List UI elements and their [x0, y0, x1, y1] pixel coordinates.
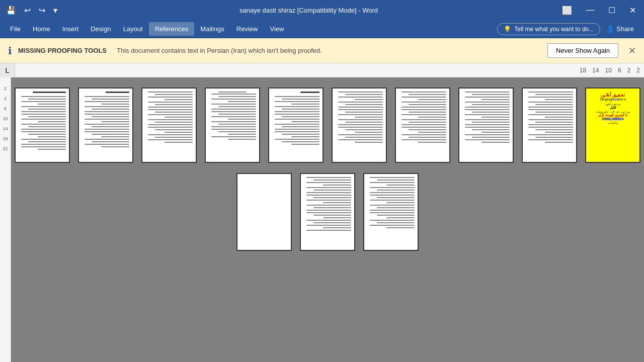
menu-design[interactable]: Design [85, 22, 117, 36]
page-thumbnail-2[interactable] [78, 87, 133, 163]
notification-title: MISSING PROOFING TOOLS [18, 47, 107, 54]
customize-button[interactable]: ▾ [51, 5, 59, 16]
vruler-18: 18 [3, 134, 8, 144]
never-show-again-button[interactable]: Never Show Again [547, 43, 618, 58]
vertical-ruler-numbers: 2 2 6 10 14 18 22 [3, 83, 8, 154]
notification-text: This document contains text in Persian (… [117, 47, 541, 54]
share-label: Share [616, 25, 634, 33]
menu-layout[interactable]: Layout [117, 22, 149, 36]
tell-me-input[interactable]: 💡 Tell me what you want to do... [497, 23, 600, 35]
quick-access-toolbar: 💾 ↩ ↪ ▾ [4, 5, 59, 16]
person-icon: 👤 [606, 25, 614, 33]
vruler-6: 6 [4, 104, 7, 114]
ribbon-menu: File Home Insert Design Layout Reference… [0, 20, 644, 38]
menu-home[interactable]: Home [27, 22, 56, 36]
share-button[interactable]: 👤 Share [600, 23, 640, 35]
page-row-2 [236, 173, 419, 251]
vruler-10: 10 [3, 114, 8, 124]
title-bar: 💾 ↩ ↪ ▾ sanaye dasti shiraz [Compatibili… [0, 0, 644, 20]
page-thumbnail-5[interactable] [268, 87, 324, 163]
menu-view[interactable]: View [264, 22, 290, 36]
minimize-button[interactable]: — [582, 4, 598, 17]
vruler-2a: 2 [4, 83, 7, 94]
page-thumbnail-1[interactable] [15, 87, 70, 163]
page-thumbnail-11[interactable] [236, 173, 292, 251]
page-thumbnail-8[interactable] [458, 87, 514, 163]
window-title: sanaye dasti shiraz [Compatibility Mode]… [59, 7, 558, 14]
tell-me-text: Tell me what you want to do... [514, 26, 594, 33]
horizontal-ruler: L 18 14 10 6 2 2 [0, 63, 644, 77]
focus-button[interactable]: ⬜ [558, 4, 576, 17]
save-button[interactable]: 💾 [4, 5, 18, 16]
ruler-numbers: 18 14 10 6 2 2 [15, 67, 644, 74]
page-thumbnail-4[interactable] [205, 87, 260, 163]
ruler-left-button[interactable]: L [0, 63, 15, 77]
page-thumbnail-6[interactable] [332, 87, 387, 163]
document-area[interactable]: تحقیق آنلاین Tahghighonline.ir مرجع دانل… [11, 77, 644, 362]
window-controls: ⬜ — ☐ ✕ [558, 4, 640, 17]
page-thumbnail-9[interactable] [522, 87, 577, 163]
menu-references[interactable]: References [149, 22, 194, 36]
vertical-ruler: 2 2 6 10 14 18 22 [0, 77, 11, 362]
ruler-num-18: 18 [580, 67, 586, 74]
vruler-22: 22 [3, 144, 8, 154]
maximize-button[interactable]: ☐ [604, 4, 619, 17]
vruler-14: 14 [3, 124, 8, 134]
page-thumbnail-13[interactable] [363, 173, 419, 251]
menu-file[interactable]: File [4, 22, 27, 36]
page-thumbnail-7[interactable] [395, 87, 450, 163]
main-area: 2 2 6 10 14 18 22 [0, 77, 644, 362]
page-row-1: تحقیق آنلاین Tahghighonline.ir مرجع دانل… [15, 87, 640, 163]
menu-insert[interactable]: Insert [56, 22, 85, 36]
ruler-num-10: 10 [605, 67, 612, 74]
ruler-num-6: 6 [618, 67, 621, 74]
ruler-num-14: 14 [592, 67, 599, 74]
info-icon: ℹ [8, 45, 12, 57]
page-thumbnail-10[interactable]: تحقیق آنلاین Tahghighonline.ir مرجع دانل… [585, 87, 640, 163]
menu-review[interactable]: Review [230, 22, 264, 36]
page-thumbnail-3[interactable] [141, 87, 197, 163]
undo-button[interactable]: ↩ [22, 5, 33, 16]
page-thumbnail-12[interactable] [300, 173, 355, 251]
notification-bar: ℹ MISSING PROOFING TOOLS This document c… [0, 38, 644, 63]
redo-button[interactable]: ↪ [37, 5, 47, 16]
ruler-num-2a: 2 [627, 67, 631, 74]
lightbulb-icon: 💡 [504, 26, 511, 33]
notification-close-icon[interactable]: ✕ [628, 45, 636, 56]
menu-mailings[interactable]: Mailings [194, 22, 230, 36]
ruler-num-2b: 2 [636, 67, 640, 74]
close-button[interactable]: ✕ [625, 4, 640, 17]
vruler-2b: 2 [4, 94, 7, 104]
